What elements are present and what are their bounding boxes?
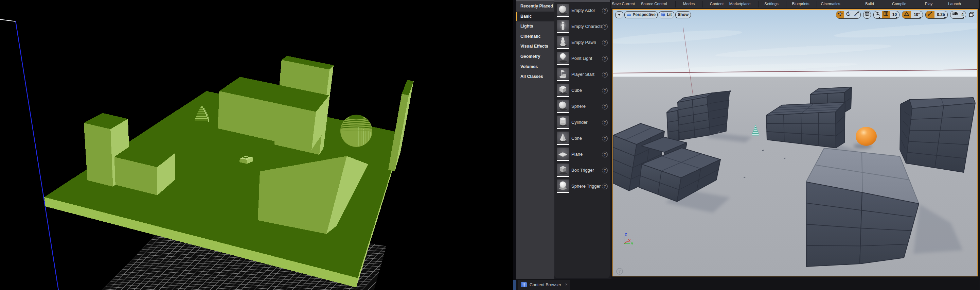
help-icon[interactable]: ? <box>602 104 608 110</box>
category-label: All Classes <box>520 74 543 79</box>
point-light-icon[interactable] <box>557 52 569 65</box>
maximize-viewport-button[interactable] <box>969 12 974 18</box>
help-icon[interactable]: ? <box>602 24 608 30</box>
category-visual-effects[interactable]: Visual Effects <box>516 41 554 52</box>
box-trigger-icon[interactable] <box>557 164 569 177</box>
category-label: Cinematic <box>520 34 541 39</box>
chevron-down-icon <box>944 17 946 18</box>
axis-gizmo: Z X Y <box>621 233 636 247</box>
toolbar-save-current[interactable]: Save Current <box>608 0 639 8</box>
screen: Recently Placed Basic Lights Cinematic V… <box>0 0 980 290</box>
content-browser-bar: Content Browser × <box>516 279 980 290</box>
category-basic[interactable]: Basic <box>516 11 554 22</box>
category-geometry[interactable]: Geometry <box>516 52 554 62</box>
search-box-sliver[interactable] <box>554 0 610 2</box>
axis-y-label: Y <box>631 242 633 246</box>
toolbar-settings[interactable]: Settings <box>756 0 787 8</box>
show-menu-button[interactable]: Show <box>675 11 691 18</box>
voxel-scene-canvas[interactable] <box>0 0 513 290</box>
help-icon[interactable]: ? <box>602 183 608 190</box>
axis-x-label: X <box>628 239 631 243</box>
cone-icon[interactable] <box>557 132 569 145</box>
place-item-sphere[interactable]: Sphere ? <box>554 98 610 114</box>
toolbar-source-control[interactable]: Source Control <box>638 0 670 8</box>
place-item-empty-pawn[interactable]: Empty Pawn ? <box>554 34 610 50</box>
ue-viewport-canvas[interactable] <box>613 10 977 276</box>
voxel-preview-viewport[interactable] <box>0 0 513 290</box>
ue-canvas[interactable] <box>613 10 977 276</box>
category-volumes[interactable]: Volumes <box>516 62 554 72</box>
place-item-plane[interactable]: Plane ? <box>554 146 610 162</box>
category-label: Recently Placed <box>520 4 553 8</box>
category-label: Visual Effects <box>520 44 548 49</box>
category-recently-placed[interactable]: Recently Placed <box>516 2 554 11</box>
category-lights[interactable]: Lights <box>516 21 554 32</box>
rotation-snap-value[interactable]: 10° <box>911 11 923 18</box>
chevron-down-icon <box>919 17 921 18</box>
toolbar-marketplace[interactable]: Marketplace <box>724 0 756 8</box>
camera-speed-value[interactable]: 4 <box>959 11 966 18</box>
content-browser-tab[interactable]: Content Browser × <box>518 280 570 290</box>
level-viewport[interactable]: Perspective Lit Show <box>613 10 977 276</box>
help-icon[interactable]: ? <box>616 268 623 275</box>
viewport-options-button[interactable] <box>615 11 623 18</box>
toolbar-launch[interactable]: Launch <box>939 0 970 8</box>
place-item-sphere-trigger[interactable]: Sphere Trigger ? <box>554 178 610 194</box>
empty-actor-icon[interactable] <box>557 4 569 18</box>
rotation-snap-button[interactable] <box>902 11 911 18</box>
category-all-classes[interactable]: All Classes <box>516 72 554 82</box>
place-item-label: Empty Actor <box>571 2 602 18</box>
surface-snap-button[interactable] <box>874 11 882 18</box>
player-start-icon[interactable] <box>557 68 569 81</box>
place-item-box-trigger[interactable]: Box Trigger ? <box>554 162 610 178</box>
place-item-label: Plane <box>571 146 602 162</box>
scale-tool-button[interactable] <box>852 11 861 18</box>
move-tool-button[interactable] <box>836 11 844 18</box>
place-item-empty-actor[interactable]: Empty Actor ? <box>554 2 610 18</box>
toolbar-blueprints[interactable]: Blueprints <box>785 0 816 8</box>
help-icon[interactable]: ? <box>602 40 608 46</box>
help-icon[interactable]: ? <box>602 151 608 158</box>
toolbar-compile[interactable]: Compile <box>883 0 915 8</box>
coordinate-system <box>863 11 871 19</box>
plane-icon[interactable] <box>557 148 569 161</box>
window-right-edge <box>978 0 980 290</box>
sphere-trigger-icon[interactable] <box>557 180 569 193</box>
help-icon[interactable]: ? <box>602 135 608 142</box>
scale-snap-button[interactable] <box>926 11 934 18</box>
category-cinematic[interactable]: Cinematic <box>516 32 554 42</box>
help-icon[interactable]: ? <box>602 72 608 78</box>
scale-snap-value[interactable]: 0.25 <box>934 11 947 18</box>
empty-pawn-icon[interactable] <box>557 36 569 49</box>
toolbar-cinematics[interactable]: Cinematics <box>815 0 846 8</box>
place-item-cylinder[interactable]: Cylinder ? <box>554 114 610 130</box>
help-icon[interactable]: ? <box>602 167 608 174</box>
place-item-cube[interactable]: Cube ? <box>554 82 610 98</box>
content-browser-icon <box>521 282 527 288</box>
help-icon[interactable]: ? <box>602 88 608 94</box>
place-item-player-start[interactable]: Player Start ? <box>554 66 610 82</box>
place-item-label: Cylinder <box>571 114 602 130</box>
camera-speed-icon <box>950 11 959 18</box>
world-space-button[interactable] <box>864 11 870 18</box>
grid-snap-value[interactable]: 10 <box>890 11 899 18</box>
help-icon[interactable]: ? <box>602 120 608 126</box>
cube-icon[interactable] <box>557 84 569 97</box>
place-item-cone[interactable]: Cone ? <box>554 130 610 146</box>
close-icon[interactable]: × <box>565 280 568 290</box>
place-item-point-light[interactable]: Point Light ? <box>554 50 610 66</box>
toolbar-modes[interactable]: Modes <box>673 0 705 8</box>
toolbar-build[interactable]: Build <box>854 0 885 8</box>
empty-character-icon[interactable] <box>557 20 569 33</box>
main-toolbar: Save Current Source Control Modes Conten… <box>611 0 980 9</box>
rotate-tool-button[interactable] <box>844 11 852 18</box>
sphere-icon[interactable] <box>557 100 569 113</box>
place-item-empty-character[interactable]: Empty Character ? <box>554 18 610 34</box>
cylinder-icon[interactable] <box>557 116 569 129</box>
category-label: Lights <box>520 24 533 29</box>
help-icon[interactable]: ? <box>602 56 608 62</box>
help-icon[interactable]: ? <box>602 8 608 14</box>
perspective-button[interactable]: Perspective <box>624 11 658 18</box>
lit-mode-button[interactable]: Lit <box>659 11 674 18</box>
grid-snap-button[interactable] <box>882 11 890 18</box>
